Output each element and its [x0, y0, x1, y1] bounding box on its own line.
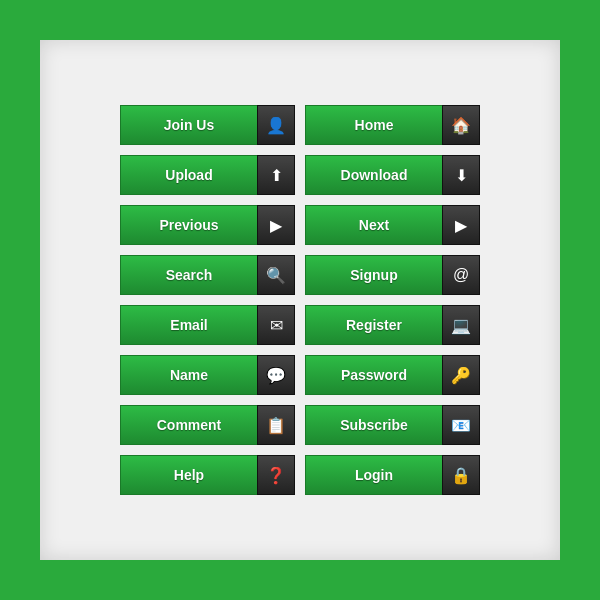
- join-us-label: Join Us: [120, 105, 257, 145]
- home-button[interactable]: Home🏠: [305, 105, 480, 145]
- name-button[interactable]: Name💬: [120, 355, 295, 395]
- subscribe-label: Subscribe: [305, 405, 442, 445]
- home-icon: 🏠: [442, 105, 480, 145]
- comment-label: Comment: [120, 405, 257, 445]
- download-button[interactable]: Download⬇: [305, 155, 480, 195]
- comment-button[interactable]: Comment📋: [120, 405, 295, 445]
- register-icon: 💻: [442, 305, 480, 345]
- download-label: Download: [305, 155, 442, 195]
- home-label: Home: [305, 105, 442, 145]
- search-label: Search: [120, 255, 257, 295]
- help-button[interactable]: Help❓: [120, 455, 295, 495]
- email-button[interactable]: Email✉: [120, 305, 295, 345]
- next-icon: ▶: [442, 205, 480, 245]
- previous-button[interactable]: Previous▶: [120, 205, 295, 245]
- password-button[interactable]: Password🔑: [305, 355, 480, 395]
- main-frame: Join Us👤Home🏠Upload⬆Download⬇Previous▶Ne…: [40, 40, 560, 560]
- signup-icon: @: [442, 255, 480, 295]
- upload-icon: ⬆: [257, 155, 295, 195]
- previous-icon: ▶: [257, 205, 295, 245]
- password-label: Password: [305, 355, 442, 395]
- subscribe-button[interactable]: Subscribe📧: [305, 405, 480, 445]
- login-button[interactable]: Login🔒: [305, 455, 480, 495]
- upload-button[interactable]: Upload⬆: [120, 155, 295, 195]
- previous-label: Previous: [120, 205, 257, 245]
- login-icon: 🔒: [442, 455, 480, 495]
- email-label: Email: [120, 305, 257, 345]
- comment-icon: 📋: [257, 405, 295, 445]
- join-us-icon: 👤: [257, 105, 295, 145]
- name-label: Name: [120, 355, 257, 395]
- help-label: Help: [120, 455, 257, 495]
- next-button[interactable]: Next▶: [305, 205, 480, 245]
- signup-button[interactable]: Signup@: [305, 255, 480, 295]
- next-label: Next: [305, 205, 442, 245]
- help-icon: ❓: [257, 455, 295, 495]
- subscribe-icon: 📧: [442, 405, 480, 445]
- join-us-button[interactable]: Join Us👤: [120, 105, 295, 145]
- upload-label: Upload: [120, 155, 257, 195]
- download-icon: ⬇: [442, 155, 480, 195]
- login-label: Login: [305, 455, 442, 495]
- search-icon: 🔍: [257, 255, 295, 295]
- name-icon: 💬: [257, 355, 295, 395]
- password-icon: 🔑: [442, 355, 480, 395]
- signup-label: Signup: [305, 255, 442, 295]
- register-button[interactable]: Register💻: [305, 305, 480, 345]
- search-button[interactable]: Search🔍: [120, 255, 295, 295]
- register-label: Register: [305, 305, 442, 345]
- button-grid: Join Us👤Home🏠Upload⬆Download⬇Previous▶Ne…: [100, 85, 500, 515]
- email-icon: ✉: [257, 305, 295, 345]
